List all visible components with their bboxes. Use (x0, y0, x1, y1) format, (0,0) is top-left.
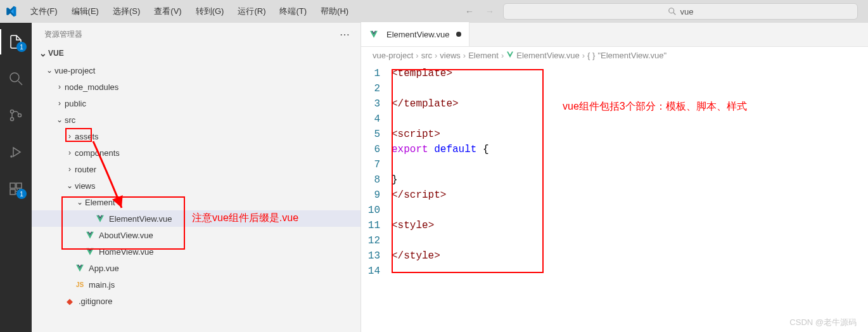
menu-run[interactable]: 运行(R) (231, 3, 272, 20)
line-number-gutter: 1234567891011121314 (361, 63, 392, 332)
extensions-badge: 1 (16, 189, 27, 199)
tree-file-elementview[interactable]: ElementView.vue (32, 210, 361, 227)
svg-point-8 (11, 156, 12, 157)
svg-rect-11 (10, 189, 15, 195)
vscode-logo-icon (5, 6, 16, 17)
svg-line-3 (18, 81, 22, 85)
more-actions-icon[interactable]: ⋯ (340, 29, 350, 41)
crumb-src[interactable]: src (421, 51, 432, 60)
tree-folder-public[interactable]: ›public (32, 95, 361, 112)
chevron-down-icon: ⌄ (75, 198, 85, 207)
activity-search[interactable] (0, 66, 32, 91)
vue-file-icon (95, 214, 105, 224)
source-control-icon (8, 108, 23, 123)
explorer-sidebar: 资源管理器 ⋯ ⌄ VUE ⌄vue-project ›node_modules… (32, 23, 361, 332)
explorer-badge: 1 (16, 42, 27, 52)
tree-file-aboutview[interactable]: AboutView.vue (32, 227, 361, 243)
dirty-indicator-icon (456, 32, 461, 37)
file-tree: ⌄vue-project ›node_modules ›public ⌄src … (32, 61, 361, 310)
menu-terminal[interactable]: 终端(T) (273, 3, 313, 20)
tree-folder-element[interactable]: ⌄Element (32, 194, 361, 210)
tab-title: ElementView.vue (386, 30, 450, 39)
searchbox-text: vue (680, 7, 694, 16)
search-icon (668, 7, 677, 16)
command-center-search[interactable]: vue (503, 3, 858, 20)
chevron-down-icon: ⌄ (38, 48, 48, 58)
chevron-right-icon: › (54, 99, 65, 108)
titlebar: 文件(F) 编辑(E) 选择(S) 查看(V) 转到(G) 运行(R) 终端(T… (0, 0, 868, 23)
tree-folder-views[interactable]: ⌄views (32, 177, 361, 194)
gitignore-file-icon: ◆ (65, 296, 75, 306)
debug-icon (8, 144, 23, 160)
nav-back-icon[interactable]: ← (463, 5, 476, 18)
svg-point-4 (11, 110, 14, 113)
tree-file-mainjs[interactable]: JSmain.js (32, 276, 361, 293)
tree-file-appvue[interactable]: App.vue (32, 260, 361, 276)
tree-file-gitignore[interactable]: ◆.gitignore (32, 293, 361, 309)
svg-line-1 (673, 13, 675, 15)
breadcrumbs[interactable]: vue-project› src› views› Element› Elemen… (361, 47, 868, 63)
menu-edit[interactable]: 编辑(E) (65, 3, 105, 20)
chevron-right-icon: › (65, 165, 75, 174)
tree-file-homeview[interactable]: HomeView.vue (32, 243, 361, 260)
nav-forward-icon[interactable]: → (483, 5, 497, 18)
chevron-down-icon: ⌄ (54, 115, 65, 124)
activity-explorer[interactable]: 1 (0, 29, 32, 54)
tree-folder-project[interactable]: ⌄vue-project (32, 62, 361, 79)
crumb-element[interactable]: Element (468, 51, 499, 60)
svg-rect-9 (10, 183, 15, 188)
braces-icon: { } (587, 51, 595, 60)
activity-bar: 1 1 (0, 23, 32, 332)
tab-bar: ElementView.vue (361, 23, 868, 47)
menu-help[interactable]: 帮助(H) (314, 3, 355, 20)
chevron-down-icon: ⌄ (44, 66, 54, 75)
tree-folder-assets[interactable]: ›assets (32, 128, 361, 144)
menu-goto[interactable]: 转到(G) (189, 3, 231, 20)
activity-extensions[interactable]: 1 (0, 176, 32, 201)
chevron-down-icon: ⌄ (65, 181, 75, 190)
text-cursor (392, 205, 392, 216)
code-content[interactable]: <template> </template> <script> export d… (392, 63, 489, 332)
chevron-right-icon: › (65, 148, 75, 157)
vue-file-icon (506, 51, 514, 60)
svg-rect-10 (16, 183, 22, 188)
tree-folder-node-modules[interactable]: ›node_modules (32, 79, 361, 95)
crumb-project[interactable]: vue-project (373, 51, 413, 60)
explorer-root[interactable]: ⌄ VUE (32, 46, 361, 61)
crumb-symbol[interactable]: "ElementView.vue" (597, 51, 667, 60)
root-label: VUE (48, 49, 64, 58)
activity-debug[interactable] (0, 139, 32, 165)
editor-area: ElementView.vue vue-project› src› views›… (361, 23, 868, 332)
vue-file-icon (75, 263, 85, 273)
crumb-file[interactable]: ElementView.vue (516, 51, 580, 60)
sidebar-header: 资源管理器 ⋯ (32, 23, 361, 46)
svg-point-0 (668, 8, 673, 13)
chevron-right-icon: › (54, 82, 65, 91)
chevron-right-icon: › (65, 132, 75, 141)
svg-point-6 (18, 114, 22, 117)
menu-select[interactable]: 选择(S) (106, 3, 146, 20)
menu-file[interactable]: 文件(F) (24, 3, 64, 20)
svg-point-5 (11, 118, 14, 121)
svg-point-2 (10, 73, 19, 82)
tree-folder-components[interactable]: ›components (32, 144, 361, 161)
crumb-views[interactable]: views (440, 51, 461, 60)
watermark: CSDN @老牛源码 (789, 317, 857, 328)
vue-file-icon (85, 230, 95, 240)
svg-marker-7 (13, 148, 20, 156)
activity-scm[interactable] (0, 103, 32, 128)
tab-elementview[interactable]: ElementView.vue (361, 22, 469, 46)
code-editor[interactable]: 1234567891011121314 <template> </templat… (361, 63, 868, 332)
search-icon (8, 71, 23, 86)
vue-file-icon (369, 29, 379, 39)
menu-view[interactable]: 查看(V) (148, 3, 188, 20)
menu-bar: 文件(F) 编辑(E) 选择(S) 查看(V) 转到(G) 运行(R) 终端(T… (24, 3, 355, 20)
tree-folder-router[interactable]: ›router (32, 161, 361, 177)
tree-folder-src[interactable]: ⌄src (32, 112, 361, 128)
vue-file-icon (85, 246, 95, 257)
js-file-icon: JS (75, 279, 85, 290)
sidebar-title: 资源管理器 (44, 29, 82, 40)
